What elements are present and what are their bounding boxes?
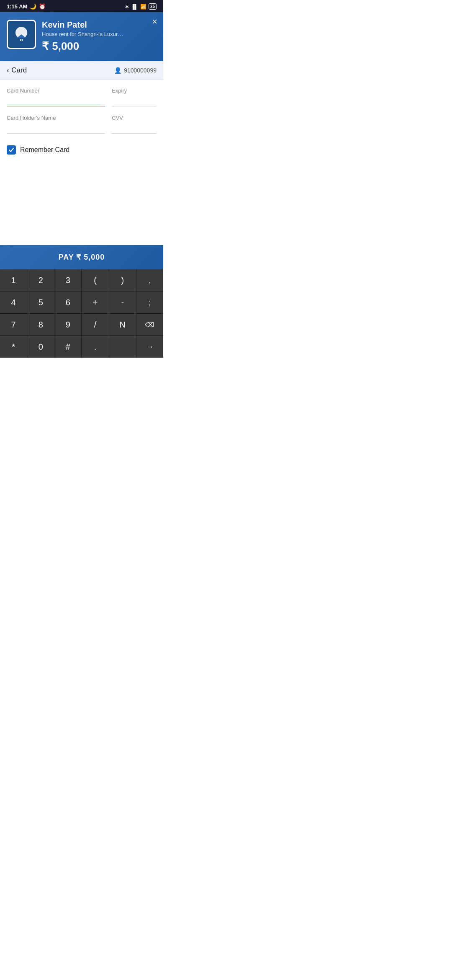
pay-button[interactable]: PAY ₹ 5,000 <box>0 245 163 269</box>
remember-card-label: Remember Card <box>20 146 69 154</box>
payment-header: Kevin Patel House rent for Shangri-la Lu… <box>0 12 163 61</box>
key-.-3-3[interactable]: . <box>82 336 108 358</box>
key-+-1-3[interactable]: + <box>82 291 108 313</box>
alarm-icon: ⏰ <box>39 3 46 10</box>
numeric-keyboard: 123(),456+-;789/N⌫*0#.→ <box>0 269 163 358</box>
svg-rect-4 <box>22 39 23 41</box>
close-button[interactable]: × <box>152 17 157 26</box>
cvv-label: CVV <box>112 115 157 121</box>
key-N-2-4[interactable]: N <box>109 314 136 335</box>
status-left: 1:15 AM 🌙 ⏰ <box>7 3 46 10</box>
key-3-0-2[interactable]: 3 <box>54 269 81 291</box>
time-display: 1:15 AM <box>7 3 27 10</box>
moon-icon: 🌙 <box>30 3 36 10</box>
key-⌫-2-5[interactable]: ⌫ <box>136 314 163 335</box>
signal-icon: ▐▌ <box>131 4 138 10</box>
card-nav-phone: 👤 9100000099 <box>114 67 157 74</box>
key-empty-3-4 <box>109 336 136 358</box>
svg-rect-3 <box>20 39 21 41</box>
key-(-0-3[interactable]: ( <box>82 269 108 291</box>
merchant-logo-svg <box>10 23 32 45</box>
merchant-name: Kevin Patel <box>42 20 157 30</box>
key-5-1-1[interactable]: 5 <box>27 291 54 313</box>
card-nav-bar: ‹ Card 👤 9100000099 <box>0 61 163 80</box>
content-spacer <box>0 161 163 245</box>
key-4-1-0[interactable]: 4 <box>0 291 27 313</box>
key-9-2-2[interactable]: 9 <box>54 314 81 335</box>
wifi-icon: 📶 <box>140 4 146 10</box>
cvv-group: CVV <box>112 115 157 134</box>
key-6-1-2[interactable]: 6 <box>54 291 81 313</box>
checkmark-icon <box>8 147 14 153</box>
expiry-input[interactable] <box>112 95 157 106</box>
bluetooth-icon: ∗ <box>125 4 129 10</box>
merchant-logo <box>7 20 36 49</box>
key-2-0-1[interactable]: 2 <box>27 269 54 291</box>
form-row-1: Card Number Expiry <box>7 88 157 106</box>
status-right: ∗ ▐▌ 📶 25 <box>125 3 157 10</box>
key-0-3-1[interactable]: 0 <box>27 336 54 358</box>
card-holder-group: Card Holder's Name <box>7 115 105 134</box>
key-)-0-4[interactable]: ) <box>109 269 136 291</box>
key-/-2-3[interactable]: / <box>82 314 108 335</box>
card-form: Card Number Expiry Card Holder's Name CV… <box>0 80 163 134</box>
key-*-3-0[interactable]: * <box>0 336 27 358</box>
key-,-0-5[interactable]: , <box>136 269 163 291</box>
key-8-2-1[interactable]: 8 <box>27 314 54 335</box>
key-7-2-0[interactable]: 7 <box>0 314 27 335</box>
key---1-4[interactable]: - <box>109 291 136 313</box>
key-→-3-5[interactable]: → <box>136 336 163 358</box>
key-#-3-2[interactable]: # <box>54 336 81 358</box>
form-row-2: Card Holder's Name CVV <box>7 115 157 134</box>
card-number-group: Card Number <box>7 88 105 106</box>
cvv-input[interactable] <box>112 123 157 134</box>
remember-card-checkbox[interactable] <box>7 145 16 155</box>
card-nav-back[interactable]: ‹ Card <box>7 66 27 75</box>
merchant-amount: ₹ 5,000 <box>42 40 157 53</box>
person-icon: 👤 <box>114 67 121 74</box>
remember-card-row: Remember Card <box>0 142 163 161</box>
card-holder-label: Card Holder's Name <box>7 115 105 121</box>
key-;-1-5[interactable]: ; <box>136 291 163 313</box>
phone-number: 9100000099 <box>124 67 157 74</box>
merchant-desc: House rent for Shangri-la Luxury Apar... <box>42 31 126 37</box>
card-holder-input[interactable] <box>7 123 105 134</box>
back-chevron-icon: ‹ <box>7 67 9 74</box>
battery-indicator: 25 <box>149 3 157 10</box>
card-nav-label: Card <box>11 66 27 75</box>
merchant-info: Kevin Patel House rent for Shangri-la Lu… <box>42 20 157 53</box>
expiry-label: Expiry <box>112 88 157 94</box>
card-number-input[interactable] <box>7 95 105 106</box>
expiry-group: Expiry <box>112 88 157 106</box>
key-1-0-0[interactable]: 1 <box>0 269 27 291</box>
card-number-label: Card Number <box>7 88 105 94</box>
status-bar: 1:15 AM 🌙 ⏰ ∗ ▐▌ 📶 25 <box>0 0 163 12</box>
